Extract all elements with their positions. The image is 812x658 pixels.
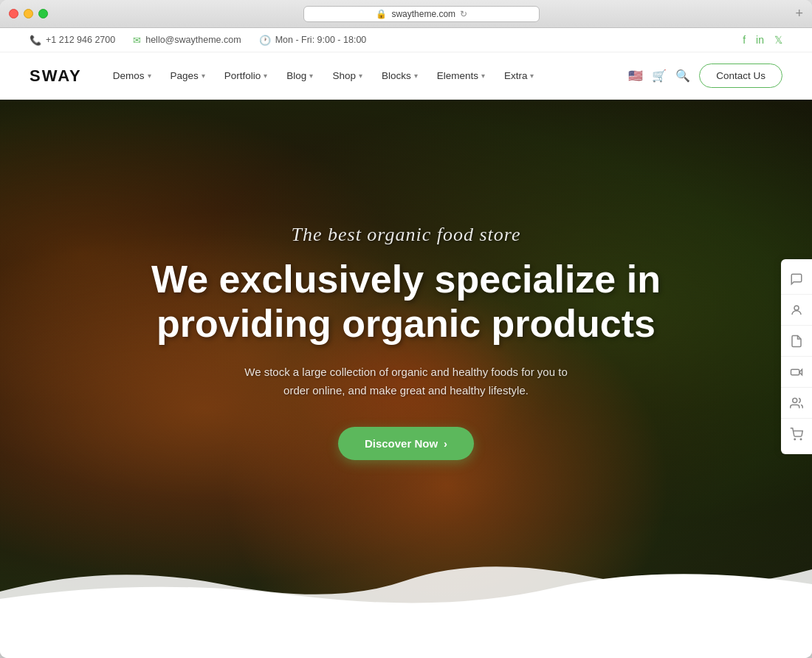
lock-icon: 🔒 bbox=[376, 9, 387, 19]
nav-item-portfolio[interactable]: Portfolio ▾ bbox=[216, 64, 277, 87]
maximize-button[interactable] bbox=[38, 9, 48, 18]
chevron-down-icon: ▾ bbox=[148, 72, 151, 80]
topbar-left: 📞 +1 212 946 2700 ✉ hello@swaytheme.com … bbox=[30, 35, 366, 46]
sidebar-cart-icon[interactable] bbox=[781, 419, 812, 450]
new-tab-button[interactable]: + bbox=[795, 6, 803, 21]
twitter-icon[interactable]: 𝕏 bbox=[774, 34, 782, 46]
social-links: f in 𝕏 bbox=[743, 34, 782, 46]
chevron-down-icon: ▾ bbox=[359, 72, 362, 80]
sidebar-document-icon[interactable] bbox=[781, 326, 812, 357]
facebook-icon[interactable]: f bbox=[743, 34, 746, 46]
hero-description: We stock a large collection of organic a… bbox=[244, 363, 568, 400]
clock-icon: 🕐 bbox=[259, 35, 271, 46]
bottom-section bbox=[0, 614, 812, 658]
chevron-down-icon: ▾ bbox=[309, 72, 313, 80]
svg-point-4 bbox=[800, 439, 802, 440]
email-icon: ✉ bbox=[133, 35, 141, 46]
discover-now-button[interactable]: Discover Now › bbox=[338, 427, 474, 460]
url-input[interactable]: 🔒 swaytheme.com ↻ bbox=[303, 6, 540, 22]
svg-point-3 bbox=[794, 439, 796, 440]
sidebar-icons bbox=[781, 259, 812, 454]
hero-title: We exclusively specialize in providing o… bbox=[148, 258, 664, 346]
close-button[interactable] bbox=[9, 9, 18, 18]
nav-menu: Demos ▾ Pages ▾ Portfolio ▾ Blog ▾ Shop bbox=[104, 64, 628, 87]
search-button[interactable]: 🔍 bbox=[675, 69, 690, 83]
business-hours: Mon - Fri: 9:00 - 18:00 bbox=[275, 35, 367, 45]
nav-item-elements[interactable]: Elements ▾ bbox=[428, 64, 494, 87]
svg-rect-1 bbox=[791, 369, 799, 375]
linkedin-icon[interactable]: in bbox=[756, 34, 764, 46]
contact-us-button[interactable]: Contact Us bbox=[699, 64, 782, 88]
email-item: ✉ hello@swaytheme.com bbox=[133, 35, 241, 46]
chevron-down-icon: ▾ bbox=[530, 72, 534, 80]
hours-item: 🕐 Mon - Fri: 9:00 - 18:00 bbox=[259, 35, 367, 46]
language-flag[interactable]: 🇺🇸 bbox=[628, 69, 643, 83]
minimize-button[interactable] bbox=[24, 9, 33, 18]
phone-item: 📞 +1 212 946 2700 bbox=[30, 35, 115, 46]
hero-content: The best organic food store We exclusive… bbox=[0, 100, 812, 614]
nav-item-pages[interactable]: Pages ▾ bbox=[162, 64, 214, 87]
nav-item-extra[interactable]: Extra ▾ bbox=[495, 64, 543, 87]
navbar: SWAY Demos ▾ Pages ▾ Portfolio ▾ Blog ▾ bbox=[0, 52, 812, 100]
phone-icon: 📞 bbox=[30, 35, 41, 46]
sidebar-comment-icon[interactable] bbox=[781, 264, 812, 295]
site-content: 📞 +1 212 946 2700 ✉ hello@swaytheme.com … bbox=[0, 28, 812, 658]
arrow-right-icon: › bbox=[444, 437, 447, 450]
cart-button[interactable]: 🛒 bbox=[652, 69, 667, 83]
chevron-down-icon: ▾ bbox=[414, 72, 418, 80]
chevron-down-icon: ▾ bbox=[481, 72, 485, 80]
nav-item-shop[interactable]: Shop ▾ bbox=[323, 64, 371, 87]
site-logo[interactable]: SWAY bbox=[30, 66, 82, 86]
traffic-lights bbox=[9, 9, 48, 18]
url-bar: 🔒 swaytheme.com ↻ bbox=[54, 6, 789, 22]
sidebar-users-icon[interactable] bbox=[781, 388, 812, 419]
sidebar-user-icon[interactable] bbox=[781, 295, 812, 326]
sidebar-video-icon[interactable] bbox=[781, 357, 812, 388]
hero-section: The best organic food store We exclusive… bbox=[0, 100, 812, 614]
phone-number: +1 212 946 2700 bbox=[46, 35, 115, 45]
browser-window: 🔒 swaytheme.com ↻ + 📞 +1 212 946 2700 ✉ … bbox=[0, 0, 812, 658]
svg-point-2 bbox=[793, 398, 797, 402]
nav-item-demos[interactable]: Demos ▾ bbox=[104, 64, 160, 87]
refresh-icon[interactable]: ↻ bbox=[460, 9, 467, 19]
nav-item-blocks[interactable]: Blocks ▾ bbox=[373, 64, 427, 87]
hero-wave bbox=[0, 555, 812, 614]
browser-titlebar: 🔒 swaytheme.com ↻ + bbox=[0, 0, 812, 28]
email-address: hello@swaytheme.com bbox=[145, 35, 241, 45]
chevron-down-icon: ▾ bbox=[264, 72, 267, 80]
nav-right: 🇺🇸 🛒 🔍 Contact Us bbox=[628, 64, 782, 88]
hero-subtitle: The best organic food store bbox=[291, 224, 520, 246]
svg-point-0 bbox=[794, 306, 799, 310]
url-text: swaytheme.com bbox=[391, 9, 455, 19]
nav-item-blog[interactable]: Blog ▾ bbox=[278, 64, 322, 87]
chevron-down-icon: ▾ bbox=[202, 72, 205, 80]
topbar: 📞 +1 212 946 2700 ✉ hello@swaytheme.com … bbox=[0, 28, 812, 52]
